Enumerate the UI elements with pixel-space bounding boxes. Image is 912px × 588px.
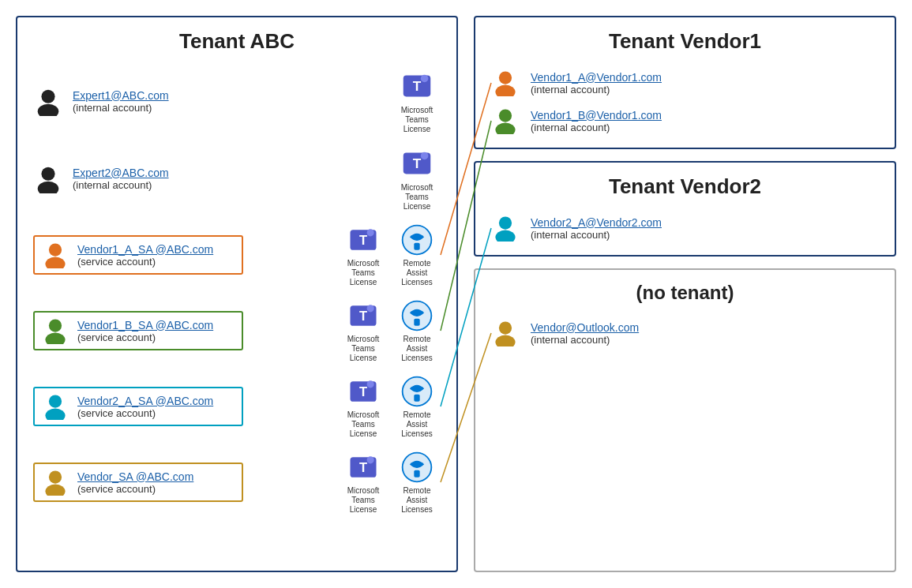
user-row-vendor1b: Vendor1_B@Vendor1.com (internal account) xyxy=(491,106,879,136)
avatar-vendor2a xyxy=(491,213,521,243)
user-info-vendor-sa: Vendor_SA @ABC.com (service account) xyxy=(77,470,235,495)
tenant-abc-title: Tenant ABC xyxy=(33,29,441,54)
user-email-vendor2a-sa[interactable]: Vendor2_A_SA @ABC.com xyxy=(77,395,235,407)
svg-text:T: T xyxy=(359,460,367,474)
svg-point-35 xyxy=(414,386,419,391)
svg-point-38 xyxy=(45,485,65,496)
svg-point-11 xyxy=(45,257,65,268)
svg-point-48 xyxy=(499,110,512,122)
svg-point-37 xyxy=(49,471,62,484)
avatar-expert2 xyxy=(33,163,63,193)
teams-label-expert2: Microsoft Teams License xyxy=(393,183,441,212)
svg-point-10 xyxy=(49,244,62,257)
license-icons-vendor-sa: T Microsoft Teams License Remote Assist … xyxy=(340,450,441,515)
svg-point-49 xyxy=(495,123,515,134)
svg-text:T: T xyxy=(359,233,367,247)
svg-rect-27 xyxy=(414,319,419,326)
user-email-vendor-outlook[interactable]: Vendor@Outlook.com xyxy=(531,321,689,334)
svg-rect-36 xyxy=(414,395,419,402)
teams-label-vendor2a-sa: Microsoft Teams License xyxy=(340,410,387,439)
svg-point-4 xyxy=(421,75,429,83)
avatar-vendor-sa xyxy=(41,467,71,497)
svg-text:T: T xyxy=(413,78,422,94)
right-panel: Tenant Vendor1 Vendor1_A@Vendor1.com (in… xyxy=(474,16,896,572)
teams-license-vendor1a-sa: T Microsoft Teams License xyxy=(340,223,387,287)
user-row-expert1: Expert1@ABC.com (internal account) T Mic… xyxy=(33,68,441,134)
user-email-vendor1b-sa[interactable]: Vendor1_B_SA @ABC.com xyxy=(77,319,235,331)
user-row-vendor2a: Vendor2_A@Vendor2.com (internal account) xyxy=(491,213,879,243)
user-email-vendor2a[interactable]: Vendor2_A@Vendor2.com xyxy=(531,216,689,229)
avatar-vendor2a-sa xyxy=(41,391,71,421)
user-info-expert1: Expert1@ABC.com (internal account) xyxy=(73,89,231,114)
user-type-vendor1a-sa: (service account) xyxy=(77,256,235,268)
user-email-vendor1a-sa[interactable]: Vendor1_A_SA @ABC.com xyxy=(77,243,235,256)
teams-license-expert1: T Microsoft Teams License xyxy=(393,68,441,134)
svg-point-5 xyxy=(41,167,54,181)
teams-label-vendor1b-sa: Microsoft Teams License xyxy=(340,335,387,363)
sa-box-vendor2a: Vendor2_A_SA @ABC.com (service account) xyxy=(33,387,243,426)
user-email-vendor1a[interactable]: Vendor1_A@Vendor1.com xyxy=(531,71,689,84)
user-type-vendor-outlook: (internal account) xyxy=(531,334,689,346)
tenant-vendor2-title: Tenant Vendor2 xyxy=(491,174,879,199)
svg-point-50 xyxy=(499,217,512,230)
user-type-expert1: (internal account) xyxy=(73,102,231,114)
svg-point-32 xyxy=(367,380,374,388)
user-type-vendor1a: (internal account) xyxy=(531,84,689,96)
svg-point-17 xyxy=(414,234,419,240)
user-row-vendor1b-sa: Vendor1_B_SA @ABC.com (service account) … xyxy=(33,298,441,363)
svg-rect-45 xyxy=(414,470,419,478)
no-tenant-panel: (no tenant) Vendor@Outlook.com (internal… xyxy=(474,268,896,572)
user-email-vendor-sa[interactable]: Vendor_SA @ABC.com xyxy=(77,470,235,483)
svg-text:T: T xyxy=(413,155,422,171)
teams-license-vendor-sa: T Microsoft Teams License xyxy=(340,450,387,515)
user-row-vendor-outlook: Vendor@Outlook.com (internal account) xyxy=(491,318,879,348)
remote-label-vendor1b-sa: Remote Assist Licenses xyxy=(393,335,441,363)
remote-label-vendor-sa: Remote Assist Licenses xyxy=(393,486,441,515)
svg-point-26 xyxy=(414,310,419,316)
remote-license-vendor2a-sa: Remote Assist Licenses xyxy=(393,374,441,439)
user-row-expert2: Expert2@ABC.com (internal account) T Mic… xyxy=(33,145,441,212)
user-row-vendor1a: Vendor1_A@Vendor1.com (internal account) xyxy=(491,68,879,98)
user-type-vendor1b: (internal account) xyxy=(531,122,689,133)
svg-point-0 xyxy=(41,90,54,103)
remote-license-vendor-sa: Remote Assist Licenses xyxy=(393,450,441,515)
svg-point-52 xyxy=(499,322,512,335)
user-info-vendor-outlook: Vendor@Outlook.com (internal account) xyxy=(531,321,689,346)
avatar-vendor1a xyxy=(491,68,521,98)
sa-box-vendor: Vendor_SA @ABC.com (service account) xyxy=(33,463,243,502)
avatar-expert1 xyxy=(33,86,63,116)
teams-license-vendor1b-sa: T Microsoft Teams License xyxy=(340,298,387,363)
teams-license-vendor2a-sa: T Microsoft Teams License xyxy=(340,374,387,439)
license-icons-expert2: T Microsoft Teams License xyxy=(393,145,441,212)
user-email-expert2[interactable]: Expert2@ABC.com xyxy=(73,167,231,179)
remote-license-vendor1a-sa: Remote Assist Licenses xyxy=(393,223,441,287)
user-info-vendor1a-sa: Vendor1_A_SA @ABC.com (service account) xyxy=(77,243,235,268)
user-type-vendor1b-sa: (service account) xyxy=(77,331,235,343)
license-icons-expert1: T Microsoft Teams License xyxy=(393,68,441,134)
svg-point-41 xyxy=(367,456,374,463)
svg-point-14 xyxy=(367,229,374,236)
teams-label-vendor-sa: Microsoft Teams License xyxy=(340,486,387,515)
svg-text:T: T xyxy=(359,384,367,399)
avatar-vendor1a-sa xyxy=(41,240,71,270)
svg-point-28 xyxy=(49,395,62,408)
svg-point-23 xyxy=(367,305,374,312)
avatar-vendor1b xyxy=(491,106,521,136)
user-row-vendor2a-sa: Vendor2_A_SA @ABC.com (service account) … xyxy=(33,374,441,439)
svg-point-53 xyxy=(495,335,515,346)
user-email-vendor1b[interactable]: Vendor1_B@Vendor1.com xyxy=(531,109,689,122)
remote-label-vendor2a-sa: Remote Assist Licenses xyxy=(393,410,441,439)
tenant-vendor1-title: Tenant Vendor1 xyxy=(491,29,879,54)
tenant-vendor1-panel: Tenant Vendor1 Vendor1_A@Vendor1.com (in… xyxy=(474,16,896,149)
svg-text:T: T xyxy=(359,309,367,323)
svg-point-47 xyxy=(495,85,515,96)
svg-point-6 xyxy=(38,182,59,193)
svg-rect-18 xyxy=(414,243,419,250)
tenant-abc-panel: Tenant ABC Expert1@ABC.com (internal acc… xyxy=(16,16,458,572)
avatar-vendor1b-sa xyxy=(41,316,71,346)
user-info-vendor1a: Vendor1_A@Vendor1.com (internal account) xyxy=(531,71,689,96)
user-email-expert1[interactable]: Expert1@ABC.com xyxy=(73,89,231,102)
user-row-vendor-sa: Vendor_SA @ABC.com (service account) T M… xyxy=(33,450,441,515)
user-info-vendor1b: Vendor1_B@Vendor1.com (internal account) xyxy=(531,109,689,133)
svg-point-19 xyxy=(49,320,62,332)
